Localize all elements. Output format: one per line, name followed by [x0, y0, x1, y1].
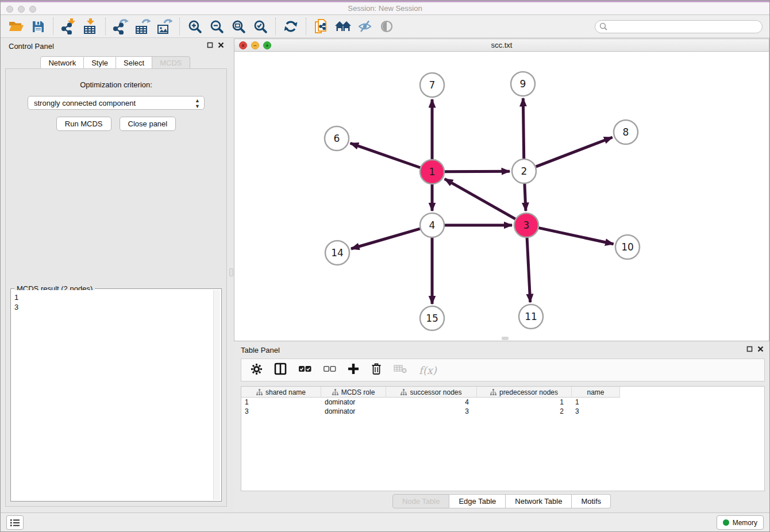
node-3[interactable]: 3	[514, 213, 538, 237]
node-7[interactable]: 7	[420, 73, 444, 97]
select-stepper-icon: ▲▼	[195, 98, 200, 109]
table-tabs: Node Table Edge Table Network Table Moti…	[234, 494, 769, 508]
node-11[interactable]: 11	[519, 304, 543, 329]
zoom-in-button[interactable]	[184, 17, 206, 36]
search-input[interactable]	[595, 20, 763, 33]
tab-style[interactable]: Style	[84, 56, 116, 70]
node-9[interactable]: 9	[511, 72, 535, 96]
import-table-button[interactable]	[79, 17, 101, 36]
tab-node-table[interactable]: Node Table	[392, 494, 450, 508]
function-builder-button[interactable]: f(x)	[419, 364, 437, 376]
canvas-resize-handle[interactable]	[502, 337, 509, 340]
copy-network-button[interactable]	[310, 17, 332, 36]
import-network-button[interactable]	[57, 17, 79, 36]
hide-selected-button[interactable]	[354, 17, 376, 36]
edge-3-1[interactable]	[445, 179, 515, 219]
float-panel-icon[interactable]	[746, 346, 753, 352]
network-canvas[interactable]: 7968124314101511	[234, 52, 769, 341]
column-header-predecessor-nodes[interactable]: predecessor nodes	[477, 387, 572, 398]
zoom-out-button[interactable]	[206, 17, 228, 36]
add-column-button[interactable]	[348, 363, 359, 377]
table-row[interactable]: 1 dominator 4 1 1	[241, 398, 764, 407]
close-panel-button[interactable]: Close panel	[120, 117, 176, 131]
cell-name: 3	[572, 407, 620, 416]
zoom-selected-button[interactable]	[249, 17, 271, 36]
tab-edge-table[interactable]: Edge Table	[449, 494, 506, 508]
node-1[interactable]: 1	[420, 160, 444, 184]
deselect-all-icon	[323, 365, 336, 373]
home-button[interactable]	[332, 17, 354, 36]
node-6[interactable]: 6	[325, 126, 349, 151]
edge-3-10[interactable]	[539, 228, 614, 244]
run-mcds-button[interactable]: Run MCDS	[56, 117, 111, 131]
result-scrollbar[interactable]	[213, 290, 220, 500]
edge-3-11[interactable]	[527, 238, 530, 302]
open-session-button[interactable]	[5, 17, 27, 36]
edge-2-9[interactable]	[523, 98, 523, 159]
table-row[interactable]: 3 dominator 3 2 3	[241, 407, 764, 416]
column-header-successor-nodes[interactable]: successor nodes	[386, 387, 477, 398]
node-15[interactable]: 15	[420, 306, 444, 330]
tab-mcds[interactable]: MCDS	[152, 56, 190, 70]
edge-2-8[interactable]	[536, 137, 613, 167]
result-line: 3	[14, 302, 211, 312]
export-network-button[interactable]	[110, 17, 132, 36]
node-table: shared name MCDS role successor nodes pr…	[241, 386, 765, 491]
cell-mcds-role: dominator	[321, 398, 386, 407]
delete-column-button[interactable]	[371, 363, 382, 377]
export-image-button[interactable]	[153, 17, 175, 36]
column-header-mcds-role[interactable]: MCDS role	[321, 387, 386, 398]
edge-1-6[interactable]	[351, 143, 421, 167]
node-14[interactable]: 14	[325, 241, 349, 265]
delete-table-button[interactable]	[394, 364, 407, 376]
columns-icon	[274, 363, 287, 375]
cell-successor-nodes: 4	[386, 398, 477, 407]
hierarchy-icon	[332, 389, 338, 395]
select-all-button[interactable]	[298, 365, 311, 375]
column-view-button[interactable]	[274, 363, 287, 377]
export-table-button[interactable]	[132, 17, 153, 36]
refresh-button[interactable]	[280, 17, 302, 36]
import-network-icon	[61, 18, 76, 34]
splitter-grip[interactable]	[229, 268, 233, 276]
column-header-shared-name[interactable]: shared name	[241, 387, 321, 398]
toolbar-separator	[53, 18, 53, 35]
node-2[interactable]: 2	[512, 159, 536, 183]
trash-icon	[371, 363, 382, 375]
settings-gear-button[interactable]	[251, 363, 263, 377]
show-graphics-button[interactable]	[376, 17, 398, 36]
cell-successor-nodes: 3	[386, 407, 477, 416]
edge-4-14[interactable]	[351, 229, 420, 249]
mcds-result-text[interactable]: 1 3	[12, 290, 213, 500]
open-folder-icon	[8, 20, 24, 33]
node-10[interactable]: 10	[615, 235, 640, 259]
zoom-fit-icon	[232, 20, 246, 34]
toolbar-separator	[105, 18, 106, 35]
tab-network[interactable]: Network	[40, 56, 84, 70]
close-panel-icon[interactable]	[218, 42, 224, 48]
tab-network-table[interactable]: Network Table	[506, 494, 572, 508]
plus-icon	[348, 363, 359, 375]
zoom-fit-button[interactable]	[228, 17, 249, 36]
node-4[interactable]: 4	[420, 213, 444, 237]
close-panel-icon[interactable]	[757, 346, 764, 352]
export-image-icon	[156, 18, 172, 34]
node-label: 10	[621, 241, 634, 253]
float-panel-icon[interactable]	[207, 42, 213, 48]
tab-select[interactable]: Select	[116, 56, 152, 70]
save-session-button[interactable]	[27, 17, 49, 36]
memory-button[interactable]: Memory	[717, 515, 764, 530]
tab-motifs[interactable]: Motifs	[572, 494, 611, 508]
edge-2-3[interactable]	[525, 184, 526, 211]
list-icon	[10, 518, 20, 527]
column-header-filler	[620, 387, 764, 398]
deselect-all-button[interactable]	[323, 365, 336, 375]
toolbar-separator	[179, 18, 180, 35]
criterion-select[interactable]: strongly connected component ▲▼	[28, 96, 205, 110]
task-history-button[interactable]	[6, 515, 24, 530]
node-label: 4	[429, 219, 436, 231]
edge-1-2[interactable]	[445, 171, 510, 172]
node-8[interactable]: 8	[614, 120, 638, 144]
eye-slash-icon	[358, 20, 372, 33]
column-header-name[interactable]: name	[572, 387, 620, 398]
